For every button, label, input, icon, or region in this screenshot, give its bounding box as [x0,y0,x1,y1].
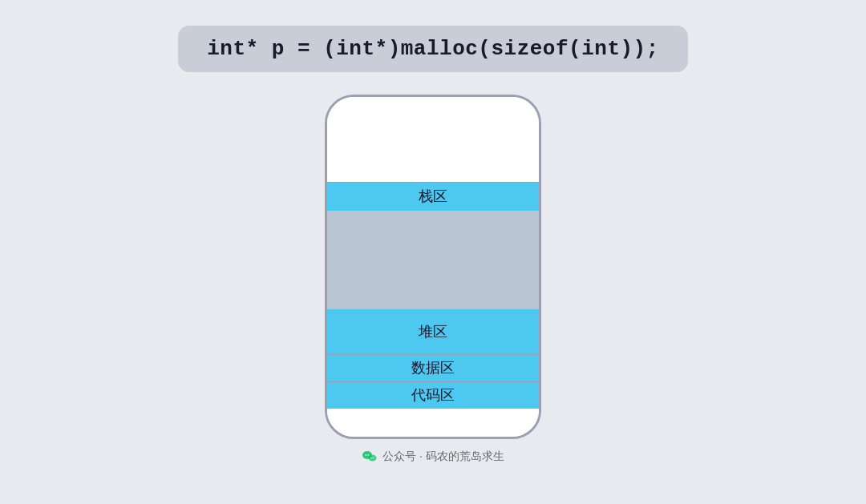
svg-point-3 [369,455,377,462]
svg-point-1 [365,454,366,456]
segment-code: 代码区 [327,381,539,409]
svg-point-2 [367,454,369,456]
segment-heap: 堆区 [327,309,539,354]
phone-frame: 栈区 堆区 数据区 代码区 [325,95,541,439]
diagram-wrapper: 栈区 堆区 数据区 代码区 公众号 · 码农的荒岛求生 [325,95,541,465]
heap-label: 堆区 [419,322,447,341]
watermark: 公众号 · 码农的荒岛求生 [362,449,504,465]
code-display: int* p = (int*)malloc(sizeof(int)); [178,26,688,72]
stack-label: 栈区 [419,187,447,206]
code-label: 代码区 [411,385,455,405]
svg-point-4 [370,458,372,459]
segment-data: 数据区 [327,354,539,381]
segment-gray [327,211,539,309]
segment-top-white [327,97,539,182]
segment-bottom-white [327,409,539,437]
watermark-text: 公众号 · 码农的荒岛求生 [382,450,504,464]
svg-point-5 [373,458,374,459]
data-label: 数据区 [411,358,455,377]
segment-stack: 栈区 [327,182,539,211]
code-text: int* p = (int*)malloc(sizeof(int)); [207,37,659,61]
wechat-icon [362,449,378,465]
